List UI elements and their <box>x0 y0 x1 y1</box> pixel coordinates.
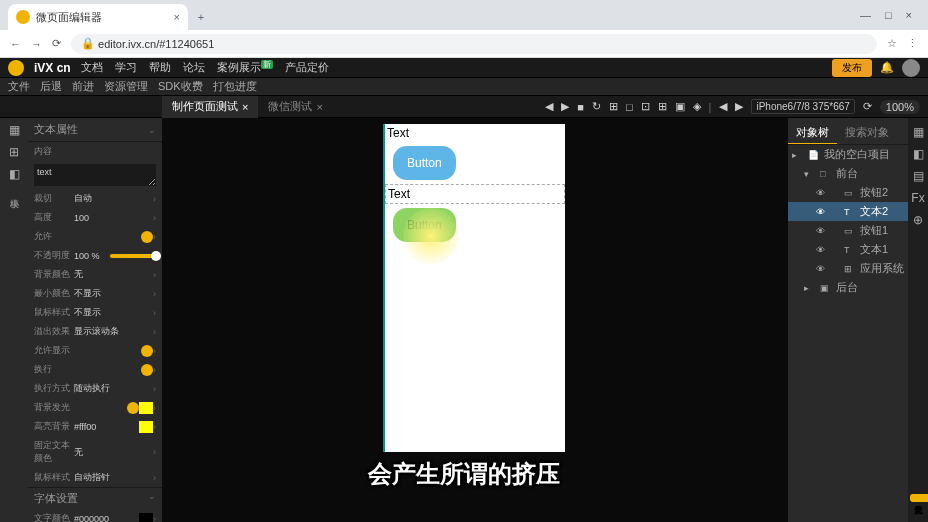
menu-forum[interactable]: 论坛 <box>183 60 205 75</box>
resource-button[interactable]: 资源管理 <box>104 79 148 94</box>
prop-row: 执行方式随动执行› <box>28 379 162 398</box>
canvas-tool-1[interactable]: ▶ <box>561 100 569 113</box>
color-swatch[interactable] <box>139 421 153 433</box>
layers-icon[interactable]: ⊞ <box>6 144 22 160</box>
visibility-icon[interactable]: 👁 <box>816 264 826 274</box>
canvas-tool-6[interactable]: ⊡ <box>641 100 650 113</box>
canvas-text-2[interactable]: Text <box>385 184 565 204</box>
toggle[interactable] <box>141 364 153 376</box>
browser-tab[interactable]: 微页面编辑器 × <box>8 4 188 30</box>
canvas-button-1[interactable]: Button <box>393 146 456 180</box>
prop-label: 高度 <box>34 211 74 224</box>
prop-value[interactable]: #fff00 <box>74 422 139 432</box>
rtool-2[interactable]: ▤ <box>910 168 926 184</box>
tree-tab-search[interactable]: 搜索对象 <box>837 122 897 144</box>
canvas-text-1[interactable]: Text <box>385 124 565 142</box>
menu-help[interactable]: 帮助 <box>149 60 171 75</box>
browser-menu-icon[interactable]: ⋮ <box>907 37 918 50</box>
menu-learn[interactable]: 学习 <box>115 60 137 75</box>
tree-item[interactable]: 👁▭按钮2 <box>788 183 908 202</box>
tab-close-icon[interactable]: × <box>174 11 180 23</box>
toggle[interactable] <box>127 402 139 414</box>
canvas-tool-3[interactable]: ↻ <box>592 100 601 113</box>
rtool-0[interactable]: ▦ <box>910 124 926 140</box>
tree-backend[interactable]: ▸▣后台 <box>788 278 908 297</box>
type-icon: ⊞ <box>844 264 856 274</box>
zoom-level[interactable]: 100% <box>880 100 920 114</box>
content-input[interactable] <box>34 164 156 186</box>
feedback-button[interactable]: 意见反馈 <box>910 494 928 502</box>
close-icon[interactable]: × <box>242 101 248 113</box>
canvas-tool-8[interactable]: ▣ <box>675 100 685 113</box>
file-menu[interactable]: 文件 <box>8 79 30 94</box>
publish-button[interactable]: 发布 <box>832 59 872 77</box>
prop-value[interactable]: 自动 <box>74 192 153 205</box>
prop-row: 最小颜色不显示› <box>28 284 162 303</box>
assets-icon[interactable]: ◧ <box>6 166 22 182</box>
visibility-icon[interactable]: 👁 <box>816 188 826 198</box>
tree-item[interactable]: 👁T文本2 <box>788 202 908 221</box>
prop-value[interactable]: 无 <box>74 446 153 459</box>
canvas-tool-9[interactable]: ◈ <box>693 100 701 113</box>
toggle[interactable] <box>141 345 153 357</box>
prop-value[interactable]: 随动执行 <box>74 382 153 395</box>
back-icon[interactable]: ← <box>10 38 21 50</box>
prop-label: 不透明度 <box>34 249 74 262</box>
bell-icon[interactable]: 🔔 <box>880 61 894 74</box>
visibility-icon[interactable]: 👁 <box>816 226 826 236</box>
prop-value[interactable]: 显示滚动条 <box>74 325 153 338</box>
visibility-icon[interactable]: 👁 <box>816 245 826 255</box>
rtool-4[interactable]: ⊕ <box>910 212 926 228</box>
device-select[interactable]: iPhone6/7/8 375*667 <box>751 99 854 114</box>
canvas-tool-4[interactable]: ⊞ <box>609 100 618 113</box>
canvas-tool-7[interactable]: ⊞ <box>658 100 667 113</box>
prop-value[interactable]: 不显示 <box>74 287 153 300</box>
menu-pricing[interactable]: 产品定价 <box>285 60 329 75</box>
canvas-tool-5[interactable]: □ <box>626 101 633 113</box>
canvas-button-2[interactable]: Button <box>393 208 456 242</box>
doc-tab-1[interactable]: 制作页面测试 × <box>162 96 258 118</box>
sdk-button[interactable]: SDK收费 <box>158 79 203 94</box>
modules-icon[interactable]: ▦ <box>6 122 22 138</box>
canvas-tool-0[interactable]: ◀ <box>545 100 553 113</box>
tree-page[interactable]: ▸📄我的空白项目 <box>788 145 908 164</box>
video-caption: 会产生所谓的挤压 <box>368 458 560 490</box>
menu-docs[interactable]: 文档 <box>81 60 103 75</box>
color-swatch[interactable] <box>139 513 153 523</box>
tree-item[interactable]: 👁⊞应用系统 <box>788 259 908 278</box>
menu-cases[interactable]: 案例展示新 <box>217 60 273 75</box>
browser-tab-strip: 微页面编辑器 × + — □ × <box>0 0 928 30</box>
prop-value[interactable]: 不显示 <box>74 306 153 319</box>
tree-item[interactable]: 👁▭按钮1 <box>788 221 908 240</box>
visibility-icon[interactable]: 👁 <box>816 207 826 217</box>
rtool-1[interactable]: ◧ <box>910 146 926 162</box>
tree-item[interactable]: 👁T文本1 <box>788 240 908 259</box>
window-close-icon[interactable]: × <box>906 9 912 21</box>
minimize-icon[interactable]: — <box>860 9 871 21</box>
star-icon[interactable]: ☆ <box>887 37 897 50</box>
tree-tab-objects[interactable]: 对象树 <box>788 122 837 144</box>
forward-icon[interactable]: → <box>31 38 42 50</box>
new-tab-button[interactable]: + <box>188 4 214 30</box>
reload-icon[interactable]: ⟳ <box>52 37 61 50</box>
redo-button[interactable]: 前进 <box>72 79 94 94</box>
maximize-icon[interactable]: □ <box>885 9 892 21</box>
slider[interactable] <box>110 254 156 258</box>
toggle[interactable] <box>141 231 153 243</box>
color-swatch[interactable] <box>139 402 153 414</box>
undo-button[interactable]: 后退 <box>40 79 62 94</box>
prop-value[interactable]: 自动指针 <box>74 471 153 484</box>
refresh-icon[interactable]: ⟳ <box>863 100 872 113</box>
avatar[interactable] <box>902 59 920 77</box>
prop-value[interactable]: 100 <box>74 213 153 223</box>
address-bar[interactable]: 🔒 editor.ivx.cn/#11240651 <box>71 34 877 54</box>
close-icon[interactable]: × <box>316 101 322 113</box>
rtool-3[interactable]: Fx <box>910 190 926 206</box>
prop-value[interactable]: 无 <box>74 268 153 281</box>
prop-value[interactable]: #000000 <box>74 514 139 523</box>
doc-tab-2[interactable]: 微信测试 × <box>258 96 332 118</box>
style-section[interactable]: 字体设置⌄ <box>28 487 162 509</box>
tree-root[interactable]: ▾□前台 <box>788 164 908 183</box>
package-button[interactable]: 打包进度 <box>213 79 257 94</box>
canvas-tool-2[interactable]: ■ <box>577 101 584 113</box>
